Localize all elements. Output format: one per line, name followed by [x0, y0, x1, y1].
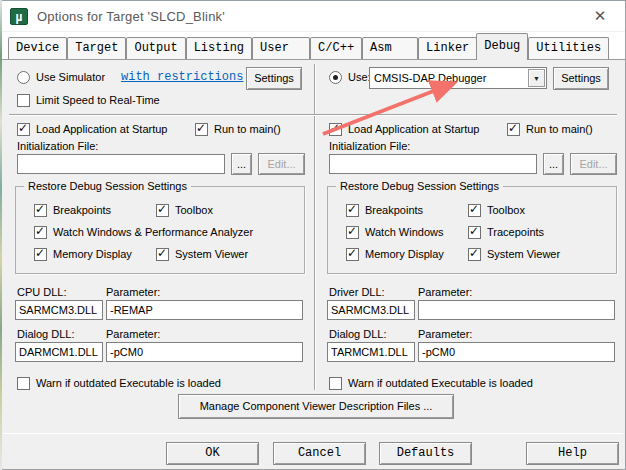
breakpoints-label: Breakpoints [53, 204, 111, 216]
watch-windows-checkbox[interactable]: ✓ Watch Windows & Performance Analyzer [34, 225, 253, 239]
tab-listing[interactable]: Listing [186, 37, 252, 59]
warn-outdated-checkbox-right[interactable]: ✓ Warn if outdated Executable is loaded [329, 376, 533, 390]
system-viewer-checkbox-right[interactable]: ✓ System Viewer [468, 247, 560, 261]
run-to-main-label-right: Run to main() [526, 123, 593, 135]
memory-display-checkbox[interactable]: ✓ Memory Display [34, 247, 132, 261]
restore-settings-group: Restore Debug Session Settings ✓ Breakpo… [15, 186, 305, 274]
checkbox-box: ✓ [156, 248, 169, 261]
dialog-param-input[interactable] [106, 342, 303, 362]
tab-asm[interactable]: Asm [362, 37, 418, 59]
tab-cpp[interactable]: C/C++ [310, 37, 362, 59]
checkbox-box: ✓ [156, 204, 169, 217]
init-file-browse-button-right[interactable]: ... [543, 153, 564, 175]
uvision-logo-icon: µ [10, 8, 28, 25]
cpu-param-input[interactable] [106, 300, 303, 320]
memory-display-label-right: Memory Display [365, 248, 444, 260]
watch-windows-label: Watch Windows & Performance Analyzer [53, 226, 253, 238]
memory-display-checkbox-right[interactable]: ✓ Memory Display [346, 247, 444, 261]
init-file-label-right: Initialization File: [329, 140, 410, 152]
init-file-input-right[interactable] [329, 154, 537, 174]
dialog-dll-input[interactable] [15, 342, 103, 362]
title-bar: µ Options for Target 'SLCD_Blink' ✕ [1, 1, 625, 31]
checkbox-box: ✓ [17, 123, 30, 136]
driver-dll-input[interactable] [327, 300, 415, 320]
load-app-label-right: Load Application at Startup [348, 123, 479, 135]
driver-dll-label: Driver DLL: [329, 286, 385, 298]
checkbox-box: ✓ [346, 226, 359, 239]
driver-param-input[interactable] [418, 300, 615, 320]
use-simulator-label: Use Simulator [36, 71, 105, 83]
manage-component-viewer-button[interactable]: Manage Component Viewer Description File… [178, 394, 454, 419]
init-file-browse-button[interactable]: ... [231, 153, 252, 175]
with-restrictions-link[interactable]: with restrictions [121, 70, 243, 84]
checkbox-box: ✓ [34, 204, 47, 217]
warn-outdated-label-right: Warn if outdated Executable is loaded [348, 377, 533, 389]
use-debugger-radio[interactable]: Use: [329, 70, 371, 84]
run-to-main-checkbox[interactable]: ✓ Run to main() [195, 122, 281, 136]
tab-target[interactable]: Target [67, 37, 126, 59]
tracepoints-checkbox[interactable]: ✓ Tracepoints [468, 225, 544, 239]
simulator-settings-button[interactable]: Settings [246, 67, 302, 90]
breakpoints-checkbox-right[interactable]: ✓ Breakpoints [346, 203, 423, 217]
tab-linker[interactable]: Linker [418, 37, 477, 59]
checkbox-box: ✓ [346, 248, 359, 261]
cpu-dll-input[interactable] [15, 300, 103, 320]
help-button[interactable]: Help [526, 442, 619, 465]
debugger-selected-value: CMSIS-DAP Debugger [370, 72, 528, 84]
cpu-dll-label: CPU DLL: [17, 286, 67, 298]
system-viewer-checkbox[interactable]: ✓ System Viewer [156, 247, 248, 261]
checkbox-box: ✓ [468, 204, 481, 217]
limit-speed-checkbox[interactable]: ✓ Limit Speed to Real-Time [17, 93, 160, 107]
init-file-edit-button-right[interactable]: Edit... [570, 153, 617, 175]
checkbox-box: ✓ [34, 226, 47, 239]
driver-param-label: Parameter: [418, 286, 472, 298]
close-icon[interactable]: ✕ [581, 1, 619, 31]
tab-debug[interactable]: Debug [476, 33, 528, 60]
toolbox-checkbox[interactable]: ✓ Toolbox [156, 203, 213, 217]
tab-user[interactable]: User [252, 37, 310, 59]
dialog-title: Options for Target 'SLCD_Blink' [37, 9, 225, 24]
checkbox-box: ✓ [507, 123, 520, 136]
run-to-main-checkbox-right[interactable]: ✓ Run to main() [507, 122, 593, 136]
debugger-pane: Use: CMSIS-DAP Debugger ▼ Settings ✓ Loa… [321, 60, 621, 434]
debugger-settings-button[interactable]: Settings [553, 67, 609, 90]
cancel-button[interactable]: Cancel [273, 442, 366, 465]
limit-speed-label: Limit Speed to Real-Time [36, 94, 160, 106]
load-app-label: Load Application at Startup [36, 123, 167, 135]
dialog-param-label: Parameter: [106, 328, 160, 340]
system-viewer-label: System Viewer [175, 248, 248, 260]
toolbox-checkbox-right[interactable]: ✓ Toolbox [468, 203, 525, 217]
dialog-dll-input-right[interactable] [327, 342, 415, 362]
restore-group-title-right: Restore Debug Session Settings [336, 180, 503, 192]
load-app-checkbox-right[interactable]: ✓ Load Application at Startup [329, 122, 479, 136]
checkbox-box: ✓ [329, 377, 342, 390]
watch-windows-checkbox-right[interactable]: ✓ Watch Windows [346, 225, 443, 239]
use-simulator-radio[interactable]: Use Simulator [17, 70, 105, 84]
checkbox-box: ✓ [17, 377, 30, 390]
tab-device[interactable]: Device [8, 37, 67, 59]
dialog-dll-label-right: Dialog DLL: [329, 328, 386, 340]
init-file-input[interactable] [17, 154, 225, 174]
ok-button[interactable]: OK [166, 442, 259, 465]
tab-output[interactable]: Output [126, 37, 185, 59]
debugger-select[interactable]: CMSIS-DAP Debugger ▼ [369, 67, 547, 89]
checkbox-box: ✓ [468, 248, 481, 261]
desktop-edge [0, 0, 2, 470]
watch-windows-label-right: Watch Windows [365, 226, 443, 238]
run-to-main-label: Run to main() [214, 123, 281, 135]
tab-strip: Device Target Output Listing User C/C++ … [1, 32, 625, 59]
warn-outdated-checkbox[interactable]: ✓ Warn if outdated Executable is loaded [17, 376, 221, 390]
init-file-edit-button[interactable]: Edit... [258, 153, 305, 175]
breakpoints-checkbox[interactable]: ✓ Breakpoints [34, 203, 111, 217]
tab-utilities[interactable]: Utilities [528, 37, 609, 59]
radio-circle [329, 71, 342, 84]
options-dialog: µ Options for Target 'SLCD_Blink' ✕ Devi… [0, 0, 626, 470]
chevron-down-icon[interactable]: ▼ [528, 69, 545, 87]
defaults-button[interactable]: Defaults [379, 442, 472, 465]
tracepoints-label: Tracepoints [487, 226, 544, 238]
load-app-checkbox[interactable]: ✓ Load Application at Startup [17, 122, 167, 136]
dialog-param-input-right[interactable] [418, 342, 615, 362]
restore-settings-group-right: Restore Debug Session Settings ✓ Breakpo… [327, 186, 617, 274]
checkbox-box: ✓ [468, 226, 481, 239]
checkbox-box: ✓ [346, 204, 359, 217]
